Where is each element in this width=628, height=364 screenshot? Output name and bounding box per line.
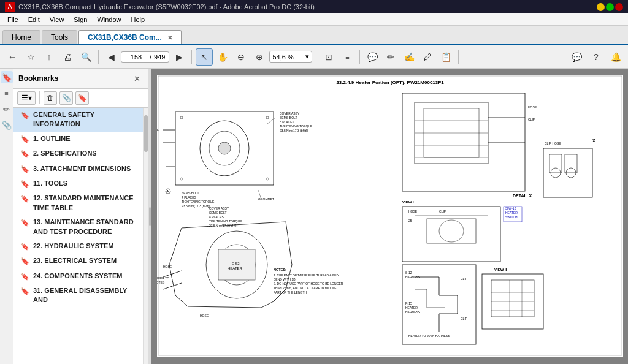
svg-text:S-12: S-12 <box>405 271 412 275</box>
comment-btn[interactable]: 💬 <box>364 48 381 66</box>
left-panel-icons: 🔖 ≡ ✏ 📎 <box>0 69 13 364</box>
svg-text:HOSE: HOSE <box>528 105 537 109</box>
pencil-btn[interactable]: ✏ <box>382 48 399 66</box>
stamp-btn[interactable]: 🖊 <box>419 48 436 66</box>
help-btn[interactable]: ? <box>588 48 605 66</box>
bookmark-13-maintenance-std[interactable]: 🔖 13. MAINTENANCE STANDARD AND TEST PROC… <box>13 215 143 239</box>
maximize-btn[interactable] <box>606 3 614 11</box>
svg-text:PART OF THE LENGTH.: PART OF THE LENGTH. <box>274 290 307 294</box>
menu-bar: File Edit View Sign Window Help <box>0 13 628 26</box>
prev-page-btn[interactable]: ◀ <box>102 48 120 66</box>
notification-btn[interactable]: 🔔 <box>607 48 624 66</box>
svg-text:VIEW I: VIEW I <box>402 200 414 204</box>
fit-width-btn[interactable]: ≡ <box>339 48 356 66</box>
bookmark-2-specs[interactable]: 🔖 2. SPECIFICATIONS <box>13 146 143 161</box>
back-btn[interactable]: ← <box>4 48 21 66</box>
print-btn[interactable]: 🖨 <box>59 48 76 66</box>
svg-text:TIGHTENING TORQUE: TIGHTENING TORQUE <box>182 200 215 203</box>
sep1 <box>98 50 99 64</box>
svg-rect-101 <box>158 76 622 355</box>
minimize-btn[interactable] <box>597 3 605 11</box>
zoom-out-btn[interactable]: ⊖ <box>232 48 250 66</box>
select-tool-btn[interactable]: ↖ <box>196 48 213 66</box>
delete-bookmark-btn[interactable]: 🗑 <box>44 91 57 105</box>
bookmark-label-9: 24. COMPONENTS SYSTEM <box>33 271 122 281</box>
sidebar-header: Bookmarks ✕ <box>13 69 148 89</box>
page-total: 949 <box>154 53 165 61</box>
svg-text:8 PLACES: 8 PLACES <box>280 120 295 124</box>
bookmark-1-outline[interactable]: 🔖 1. OUTLINE <box>13 132 143 146</box>
bookmark-label-5: 12. STANDARD MAINTENANCE TIME TABLE <box>33 194 138 213</box>
main-toolbar: ← ☆ ↑ 🖨 🔍 ◀ / 949 ▶ ↖ ✋ ⊖ ⊕ ▾ ⊡ ≡ 💬 ✏ ✍ … <box>0 45 628 69</box>
tab-close-icon[interactable]: ✕ <box>167 34 172 41</box>
sidebar-close-btn[interactable]: ✕ <box>131 72 143 85</box>
left-icon-layers[interactable]: ≡ <box>1 87 13 99</box>
bookmark-23-electrical[interactable]: 🔖 23. ELECTRICAL SYSTEM <box>13 254 143 268</box>
bookmark-label-10: 31. GENERAL DISASSEMBLY AND <box>33 286 138 305</box>
window-title: CX31B,CX36B Compact Hydraulic Excavator … <box>18 3 597 10</box>
bookmark-general-safety[interactable]: 🔖 GENERAL SAFETY INFORMATION <box>13 108 143 132</box>
clipboard-btn[interactable]: 📋 <box>437 48 454 66</box>
bookmark-options-btn[interactable]: ☰▾ <box>17 91 36 105</box>
svg-text:4 PLACES: 4 PLACES <box>209 215 224 219</box>
app-icon: A <box>5 2 15 12</box>
bookmark-label-1: 1. OUTLINE <box>33 134 71 143</box>
new-bookmark-btn[interactable]: 📎 <box>59 91 73 105</box>
menu-window[interactable]: Window <box>92 15 126 25</box>
sidebar-scrollbar[interactable] <box>143 108 148 364</box>
svg-point-9 <box>266 116 269 119</box>
bookmark-props-btn[interactable]: 🔖 <box>75 91 89 105</box>
tab-document[interactable]: CX31B,CX36B Com... ✕ <box>78 30 182 44</box>
svg-text:E-52: E-52 <box>232 262 240 265</box>
svg-text:REFER TO: REFER TO <box>157 276 169 280</box>
bookmarks-container: 🔖 GENERAL SAFETY INFORMATION 🔖 1. OUTLIN… <box>13 108 148 364</box>
menu-edit[interactable]: Edit <box>23 15 45 25</box>
svg-line-17 <box>267 118 275 124</box>
tab-home[interactable]: Home <box>2 30 40 44</box>
bookmark-btn[interactable]: ☆ <box>22 48 39 66</box>
menu-help[interactable]: Help <box>126 15 150 25</box>
technical-drawing-svg: 23.2.4.9 Heater Portion (OPT): PW21M0001… <box>157 75 623 357</box>
tab-tools[interactable]: Tools <box>42 30 77 44</box>
bookmark-icon-8: 🔖 <box>21 257 29 266</box>
svg-text:VIEW II: VIEW II <box>494 268 507 271</box>
find-btn[interactable]: 🔍 <box>77 48 94 66</box>
svg-text:23.5 N·m(17.3 {bf·ft}): 23.5 N·m(17.3 {bf·ft}) <box>280 129 308 132</box>
svg-line-42 <box>163 283 182 289</box>
svg-text:HOSE: HOSE <box>408 210 418 213</box>
menu-view[interactable]: View <box>45 15 69 25</box>
hand-tool-btn[interactable]: ✋ <box>214 48 231 66</box>
bookmark-24-components[interactable]: 🔖 24. COMPONENTS SYSTEM <box>13 269 143 284</box>
svg-text:HEATER: HEATER <box>405 306 418 309</box>
menu-sign[interactable]: Sign <box>69 15 92 25</box>
page-separator: / <box>150 53 151 61</box>
page-input[interactable] <box>125 53 147 61</box>
bookmark-icon-1: 🔖 <box>21 135 29 144</box>
svg-text:R-15: R-15 <box>405 301 412 305</box>
zoom-dropdown-icon[interactable]: ▾ <box>305 53 309 61</box>
sep3 <box>316 50 316 64</box>
left-icon-bookmark[interactable]: 🔖 <box>1 71 13 83</box>
bookmark-11-tools[interactable]: 🔖 11. TOOLS <box>13 176 143 191</box>
upload-btn[interactable]: ↑ <box>40 48 58 66</box>
zoom-in-btn[interactable]: ⊕ <box>251 48 268 66</box>
svg-text:CLIP: CLIP <box>461 277 468 281</box>
svg-text:4 PLACES: 4 PLACES <box>182 195 197 199</box>
fit-page-btn[interactable]: ⊡ <box>320 48 337 66</box>
bookmark-label-0: GENERAL SAFETY INFORMATION <box>33 110 138 129</box>
menu-file[interactable]: File <box>2 15 23 25</box>
svg-text:30W-10: 30W-10 <box>505 207 516 210</box>
close-btn[interactable] <box>615 3 623 11</box>
share-btn[interactable]: 💬 <box>568 48 585 66</box>
sep5 <box>458 50 459 64</box>
next-page-btn[interactable]: ▶ <box>170 48 188 66</box>
bookmark-31-disassembly[interactable]: 🔖 31. GENERAL DISASSEMBLY AND <box>13 284 143 308</box>
left-icon-attach[interactable]: 📎 <box>1 119 13 131</box>
highlight-btn[interactable]: ✍ <box>400 48 418 66</box>
bookmark-22-hydraulic[interactable]: 🔖 22. HYDRAULIC SYSTEM <box>13 239 143 254</box>
zoom-input[interactable] <box>272 53 304 61</box>
left-icon-sign[interactable]: ✏ <box>1 103 13 115</box>
window-controls <box>597 3 623 11</box>
bookmark-12-maintenance[interactable]: 🔖 12. STANDARD MAINTENANCE TIME TABLE <box>13 191 143 215</box>
bookmark-3-attachment[interactable]: 🔖 3. ATTACHMENT DIMENSIONS <box>13 162 143 176</box>
